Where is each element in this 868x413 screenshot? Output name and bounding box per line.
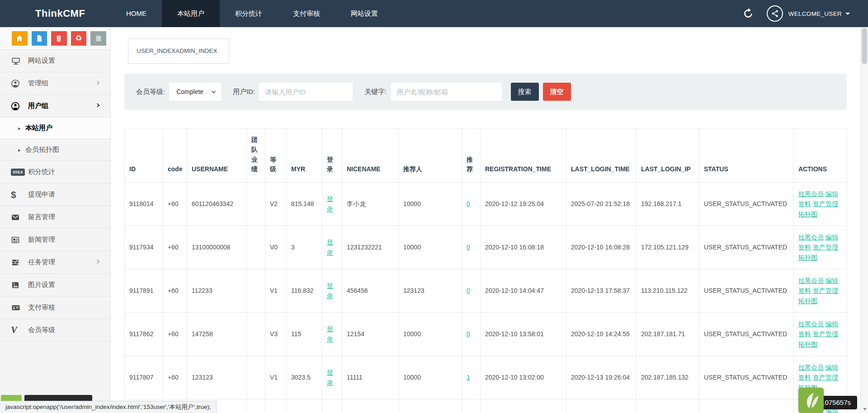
sidebar-item-withdrawal-request[interactable]: $ 提现申请 bbox=[0, 183, 110, 206]
login-link[interactable]: 登录 bbox=[327, 282, 333, 299]
referrals-link[interactable]: 1 bbox=[467, 374, 470, 381]
table-row: 9117862 +60 147258 V3 115 登录 12154 10000… bbox=[125, 313, 847, 356]
welcome-user-dropdown[interactable]: WELCOME_USER bbox=[788, 10, 850, 17]
keyword-input[interactable] bbox=[391, 83, 502, 101]
referrals-link[interactable]: 0 bbox=[467, 330, 470, 338]
recycle-icon: ♻ bbox=[75, 34, 82, 42]
cell-myr: 3 bbox=[287, 226, 322, 269]
sidebar-item-news-management[interactable]: 新闻管理 bbox=[0, 229, 110, 251]
asset-management-link[interactable]: 资产管理 bbox=[813, 200, 838, 207]
asset-management-link[interactable]: 资产管理 bbox=[813, 244, 838, 251]
list-button[interactable] bbox=[90, 31, 106, 46]
col-referrer: 推荐人 bbox=[399, 128, 462, 183]
topology-link[interactable]: 拓扑图 bbox=[798, 297, 817, 305]
referrals-link[interactable]: 0 bbox=[467, 287, 470, 294]
cell-last-login-time: 2020-12-10 14:24:55 bbox=[566, 313, 637, 356]
member-level-select[interactable]: Complete bbox=[169, 83, 221, 101]
vine-icon: V bbox=[11, 325, 24, 335]
login-link[interactable]: 登录 bbox=[327, 195, 333, 212]
table-row: 9117934 +60 13100000008 V0 3 登录 12312322… bbox=[125, 226, 847, 269]
cell-referrer bbox=[399, 399, 462, 413]
dollar-icon: $ bbox=[11, 190, 24, 200]
login-link[interactable]: 登录 bbox=[327, 325, 333, 343]
cell-status: USER_STATUS_ACTIVATED bbox=[699, 269, 794, 313]
cell-actions: 拉黑会员 编辑资料 资产管理 拓扑图 bbox=[794, 313, 847, 356]
login-link[interactable]: 登录 bbox=[327, 369, 333, 386]
sidebar-item-message-management[interactable]: 留言管理 bbox=[0, 206, 110, 229]
col-myr: MYR bbox=[287, 128, 322, 183]
topology-link[interactable]: 拓扑图 bbox=[798, 341, 817, 348]
cell-referrer: 10000 bbox=[399, 356, 462, 399]
users-table: ID code USERNAME 团队业绩 等级 MYR 登录 NICENAME… bbox=[124, 128, 847, 413]
blacklist-member-link[interactable]: 拉黑会员 bbox=[798, 190, 824, 197]
id-card-icon bbox=[11, 303, 24, 313]
scrollbar-down-arrow[interactable] bbox=[861, 405, 868, 413]
cell-login: 登录 bbox=[322, 356, 342, 399]
cell-login: 登录 bbox=[322, 183, 342, 226]
nav-item-points-stats[interactable]: 积分统计 bbox=[220, 0, 278, 27]
scrollbar-thumb[interactable] bbox=[862, 28, 867, 64]
share-network-icon bbox=[770, 9, 779, 18]
sidebar-item-member-level[interactable]: V 会员等级 bbox=[0, 319, 110, 342]
sidebar-item-user-group[interactable]: 用户组 bbox=[0, 95, 110, 117]
blacklist-member-link[interactable]: 拉黑会员 bbox=[798, 364, 824, 371]
home-icon bbox=[15, 34, 24, 42]
cell-actions: 拉黑会员 编辑资料 资产管理 拓扑图 bbox=[794, 226, 847, 269]
sidebar: ♻ 网站设置 管理组 bbox=[0, 27, 111, 413]
nav-item-site-settings[interactable]: 网站设置 bbox=[335, 0, 393, 27]
topology-link[interactable]: 拓扑图 bbox=[798, 254, 817, 261]
sidebar-subitem-member-topology[interactable]: ▸ 会员拓扑图 bbox=[0, 139, 110, 161]
sidebar-item-points-stats[interactable]: VISA 积分统计 bbox=[0, 161, 110, 183]
asset-management-link[interactable]: 资产管理 bbox=[813, 374, 838, 381]
home-button[interactable] bbox=[12, 31, 28, 46]
sidebar-item-image-settings[interactable]: 图片设置 bbox=[0, 274, 110, 296]
referrals-link[interactable]: 0 bbox=[467, 244, 470, 251]
trash-button[interactable] bbox=[51, 31, 67, 46]
cell-level bbox=[265, 399, 287, 413]
login-link[interactable]: 登录 bbox=[327, 239, 333, 256]
referrals-link[interactable]: 0 bbox=[467, 200, 470, 207]
cell-referrals: 0 bbox=[462, 269, 481, 313]
blacklist-member-link[interactable]: 拉黑会员 bbox=[798, 234, 824, 241]
tab-user-index[interactable]: USER_INDEXADMIN_INDEX bbox=[128, 38, 229, 64]
avatar[interactable] bbox=[767, 5, 783, 22]
file-icon bbox=[35, 34, 43, 42]
cell-login: 登录 bbox=[322, 269, 342, 313]
sidebar-item-payment-review[interactable]: 支付审核 bbox=[0, 296, 110, 319]
refresh-icon[interactable] bbox=[742, 8, 754, 19]
recycle-button[interactable]: ♻ bbox=[71, 31, 87, 46]
sidebar-item-admin-group[interactable]: 管理组 bbox=[0, 72, 110, 95]
cell-last-login-time: 2020-12-13 19:26:04 bbox=[566, 356, 637, 399]
col-last-login-time: LAST_LOGIN_TIME bbox=[566, 128, 637, 183]
sidebar-item-task-management[interactable]: 任务管理 bbox=[0, 251, 110, 274]
cell-nicename bbox=[342, 399, 399, 413]
vertical-scrollbar[interactable] bbox=[860, 27, 868, 413]
cell-registration-time: 2020-12-10 13:02:00 bbox=[481, 356, 566, 399]
cell-referrer: 123123 bbox=[399, 269, 462, 313]
thinkphp-logo[interactable] bbox=[798, 388, 824, 413]
nav-item-site-users[interactable]: 本站用户 bbox=[162, 0, 220, 27]
sidebar-item-site-settings[interactable]: 网站设置 bbox=[0, 50, 110, 72]
cell-registration-time: 2020-12-10 13:58:01 bbox=[481, 313, 566, 356]
cell-status: USER_STATUS_ACTIVATED bbox=[699, 226, 794, 269]
trace-toggle-dark bbox=[24, 395, 92, 401]
top-nav: HOME 本站用户 积分统计 支付审核 网站设置 bbox=[111, 0, 393, 27]
cell-username: 112233 bbox=[187, 269, 247, 313]
sidebar-subitem-site-users[interactable]: ▸ 本站用户 bbox=[0, 117, 110, 139]
search-button[interactable]: 搜索 bbox=[511, 83, 539, 101]
file-button[interactable] bbox=[32, 31, 47, 46]
blacklist-member-link[interactable]: 拉黑会员 bbox=[798, 320, 824, 328]
triangle-bullet-icon: ▸ bbox=[18, 125, 21, 131]
asset-management-link[interactable]: 资产管理 bbox=[813, 330, 838, 338]
cell-level: V2 bbox=[265, 183, 287, 226]
col-actions: ACTIONS bbox=[794, 128, 847, 183]
topology-link[interactable]: 拓扑图 bbox=[798, 211, 817, 218]
brand-logo[interactable]: ThinkCMF bbox=[0, 0, 111, 27]
user-id-input[interactable] bbox=[259, 83, 353, 101]
nav-item-home[interactable]: HOME bbox=[111, 0, 162, 27]
nav-item-payment-review[interactable]: 支付审核 bbox=[278, 0, 335, 27]
clear-button[interactable]: 清空 bbox=[543, 83, 571, 101]
asset-management-link[interactable]: 资产管理 bbox=[813, 287, 838, 294]
blacklist-member-link[interactable]: 拉黑会员 bbox=[798, 277, 824, 284]
trace-toggle-green[interactable] bbox=[1, 395, 22, 401]
